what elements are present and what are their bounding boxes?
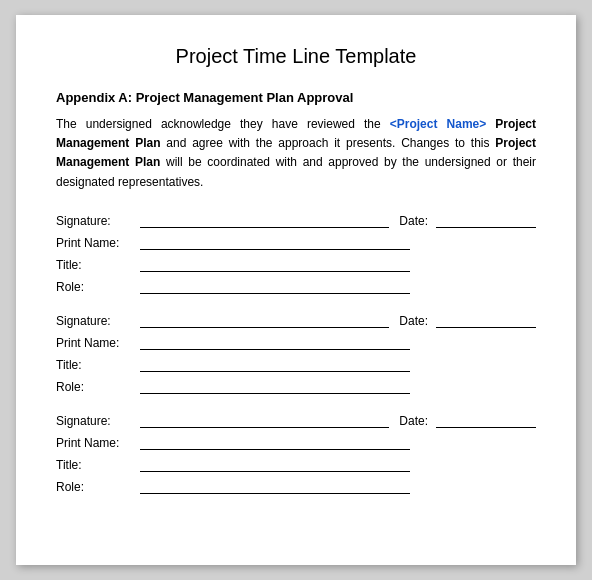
date-part-2: Date: bbox=[399, 314, 536, 328]
page-title: Project Time Line Template bbox=[56, 45, 536, 68]
print-name-row-2: Print Name: bbox=[56, 336, 536, 350]
role-label-1: Role: bbox=[56, 280, 136, 294]
role-line-1[interactable] bbox=[140, 280, 410, 294]
print-name-row-1: Print Name: bbox=[56, 236, 536, 250]
date-label-3: Date: bbox=[399, 414, 428, 428]
title-line-3[interactable] bbox=[140, 458, 410, 472]
signature-block-1: Signature: Date: Print Name: Title: Role… bbox=[56, 214, 536, 294]
date-label-1: Date: bbox=[399, 214, 428, 228]
print-name-label-2: Print Name: bbox=[56, 336, 136, 350]
print-name-label-3: Print Name: bbox=[56, 436, 136, 450]
date-part-1: Date: bbox=[399, 214, 536, 228]
title-label-3: Title: bbox=[56, 458, 136, 472]
signature-block-3: Signature: Date: Print Name: Title: Role… bbox=[56, 414, 536, 494]
role-label-2: Role: bbox=[56, 380, 136, 394]
role-line-3[interactable] bbox=[140, 480, 410, 494]
date-line-3[interactable] bbox=[436, 414, 536, 428]
project-name-link: <Project Name> bbox=[390, 117, 486, 131]
appendix-heading: Appendix A: Project Management Plan Appr… bbox=[56, 90, 536, 105]
title-line-1[interactable] bbox=[140, 258, 410, 272]
title-line-2[interactable] bbox=[140, 358, 410, 372]
print-name-line-3[interactable] bbox=[140, 436, 410, 450]
role-row-3: Role: bbox=[56, 480, 536, 494]
date-line-1[interactable] bbox=[436, 214, 536, 228]
signature-line-3[interactable] bbox=[140, 414, 389, 428]
role-label-3: Role: bbox=[56, 480, 136, 494]
sig-part-1: Signature: bbox=[56, 214, 389, 228]
title-row-2: Title: bbox=[56, 358, 536, 372]
role-row-1: Role: bbox=[56, 280, 536, 294]
title-label-1: Title: bbox=[56, 258, 136, 272]
date-part-3: Date: bbox=[399, 414, 536, 428]
intro-text-part3: and agree with the approach it presents.… bbox=[161, 136, 496, 150]
title-row-3: Title: bbox=[56, 458, 536, 472]
date-line-2[interactable] bbox=[436, 314, 536, 328]
date-label-2: Date: bbox=[399, 314, 428, 328]
sig-part-2: Signature: bbox=[56, 314, 389, 328]
print-name-label-1: Print Name: bbox=[56, 236, 136, 250]
title-label-2: Title: bbox=[56, 358, 136, 372]
sig-date-row-2: Signature: Date: bbox=[56, 314, 536, 328]
intro-paragraph: The undersigned acknowledge they have re… bbox=[56, 115, 536, 192]
signature-line-2[interactable] bbox=[140, 314, 389, 328]
sig-part-3: Signature: bbox=[56, 414, 389, 428]
intro-text-part1: The undersigned acknowledge they have re… bbox=[56, 117, 390, 131]
role-line-2[interactable] bbox=[140, 380, 410, 394]
print-name-line-1[interactable] bbox=[140, 236, 410, 250]
print-name-line-2[interactable] bbox=[140, 336, 410, 350]
print-name-row-3: Print Name: bbox=[56, 436, 536, 450]
title-row-1: Title: bbox=[56, 258, 536, 272]
sig-date-row-3: Signature: Date: bbox=[56, 414, 536, 428]
signature-label-3: Signature: bbox=[56, 414, 136, 428]
signature-line-1[interactable] bbox=[140, 214, 389, 228]
signature-label-2: Signature: bbox=[56, 314, 136, 328]
page: Project Time Line Template Appendix A: P… bbox=[16, 15, 576, 565]
sig-date-row-1: Signature: Date: bbox=[56, 214, 536, 228]
role-row-2: Role: bbox=[56, 380, 536, 394]
signature-label-1: Signature: bbox=[56, 214, 136, 228]
signature-block-2: Signature: Date: Print Name: Title: Role… bbox=[56, 314, 536, 394]
